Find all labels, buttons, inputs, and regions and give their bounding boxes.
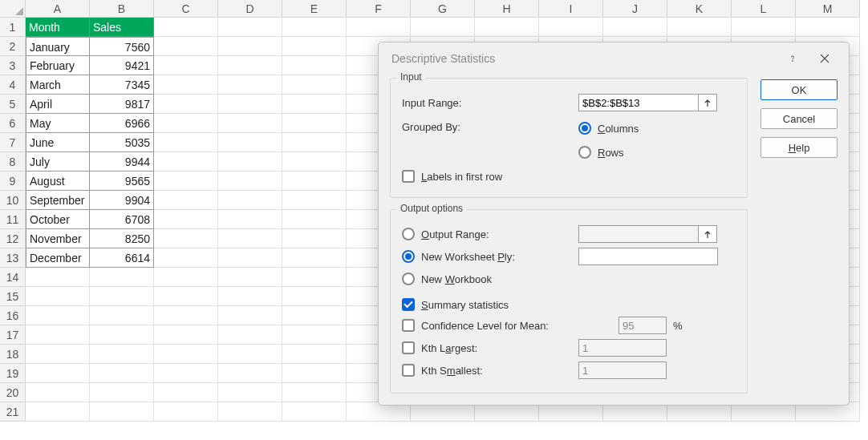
cell[interactable] (218, 75, 282, 95)
cell[interactable] (411, 18, 475, 37)
cell[interactable]: April (26, 95, 90, 114)
cell[interactable] (218, 306, 282, 325)
confidence-level-check[interactable]: Confidence Level for Mean: (402, 316, 619, 335)
cell[interactable] (154, 383, 218, 402)
cell[interactable]: August (26, 172, 90, 191)
cell[interactable] (154, 191, 218, 210)
cell[interactable] (90, 402, 154, 422)
cell[interactable] (475, 18, 539, 37)
cell[interactable]: 6708 (90, 210, 154, 229)
cell[interactable] (282, 268, 347, 287)
kth-smallest-field[interactable] (578, 361, 667, 379)
cell[interactable] (667, 18, 732, 37)
ok-button[interactable]: OK (761, 79, 838, 100)
close-icon[interactable] (809, 46, 841, 71)
cell[interactable] (282, 402, 347, 422)
cell[interactable] (218, 383, 282, 402)
cell[interactable] (90, 345, 154, 364)
cell[interactable] (282, 114, 347, 133)
cell[interactable]: 6966 (90, 114, 154, 133)
cell[interactable] (26, 364, 90, 383)
cell[interactable] (796, 18, 860, 37)
cell[interactable] (154, 325, 218, 345)
cell[interactable] (218, 345, 282, 364)
cell[interactable]: 9817 (90, 95, 154, 114)
cell[interactable]: September (26, 191, 90, 210)
labels-first-row-check[interactable]: Labels in first row (402, 167, 736, 186)
column-header[interactable]: M (796, 0, 860, 18)
cell[interactable] (154, 18, 218, 37)
cell[interactable]: 5035 (90, 133, 154, 152)
cell[interactable] (218, 325, 282, 345)
cell[interactable]: May (26, 114, 90, 133)
row-header[interactable]: 6 (0, 114, 26, 133)
cell[interactable] (154, 133, 218, 152)
cell[interactable] (282, 210, 347, 229)
cell[interactable] (282, 287, 347, 306)
dialog-titlebar[interactable]: Descriptive Statistics (379, 42, 849, 75)
cell[interactable]: 6614 (90, 248, 154, 268)
column-header[interactable]: E (282, 0, 347, 18)
cell[interactable] (218, 229, 282, 248)
cell[interactable] (282, 229, 347, 248)
cell[interactable] (26, 402, 90, 422)
cell[interactable] (282, 75, 347, 95)
column-header[interactable]: H (475, 0, 539, 18)
cell[interactable] (154, 114, 218, 133)
cell[interactable] (154, 345, 218, 364)
column-header[interactable]: F (347, 0, 411, 18)
kth-smallest-check[interactable]: Kth Smallest: (402, 361, 578, 380)
row-header[interactable]: 8 (0, 152, 26, 172)
row-header[interactable]: 1 (0, 18, 26, 37)
cell[interactable] (282, 345, 347, 364)
cell[interactable] (282, 172, 347, 191)
output-range-radio[interactable]: Output Range: (402, 224, 578, 244)
cancel-button[interactable]: Cancel (761, 108, 838, 129)
cell[interactable] (282, 383, 347, 402)
cell[interactable] (218, 152, 282, 172)
cell[interactable] (154, 248, 218, 268)
cell[interactable] (282, 18, 347, 37)
cell[interactable]: Month (26, 18, 90, 37)
cell[interactable]: Sales (90, 18, 154, 37)
cell[interactable] (26, 325, 90, 345)
summary-statistics-check[interactable]: Summary statistics (402, 295, 736, 314)
column-header[interactable]: A (26, 0, 90, 18)
cell[interactable]: 7345 (90, 75, 154, 95)
cell[interactable] (90, 268, 154, 287)
column-header[interactable]: G (411, 0, 475, 18)
cell[interactable] (90, 383, 154, 402)
cell[interactable] (154, 229, 218, 248)
row-header[interactable]: 10 (0, 191, 26, 210)
grouped-by-rows-radio[interactable]: Rows (578, 143, 639, 162)
cell[interactable]: 9944 (90, 152, 154, 172)
column-header[interactable]: J (603, 0, 667, 18)
cell[interactable] (218, 248, 282, 268)
cell[interactable] (218, 402, 282, 422)
cell[interactable]: October (26, 210, 90, 229)
cell[interactable]: 8250 (90, 229, 154, 248)
cell[interactable] (282, 191, 347, 210)
cell[interactable] (539, 18, 603, 37)
cell[interactable] (218, 133, 282, 152)
cell[interactable] (218, 56, 282, 75)
cell[interactable] (603, 18, 667, 37)
worksheet-ply-field[interactable] (578, 248, 718, 265)
cell[interactable] (282, 56, 347, 75)
cell[interactable] (154, 75, 218, 95)
cell[interactable] (282, 133, 347, 152)
row-header[interactable]: 16 (0, 306, 26, 325)
cell[interactable] (218, 191, 282, 210)
cell[interactable]: December (26, 248, 90, 268)
row-header[interactable]: 12 (0, 229, 26, 248)
cell[interactable] (282, 37, 347, 56)
cell[interactable] (90, 364, 154, 383)
row-header[interactable]: 3 (0, 56, 26, 75)
column-header[interactable]: L (732, 0, 796, 18)
cell[interactable] (154, 37, 218, 56)
column-header[interactable]: C (154, 0, 218, 18)
cell[interactable]: July (26, 152, 90, 172)
cell[interactable]: March (26, 75, 90, 95)
row-header[interactable]: 21 (0, 402, 26, 422)
cell[interactable] (218, 287, 282, 306)
